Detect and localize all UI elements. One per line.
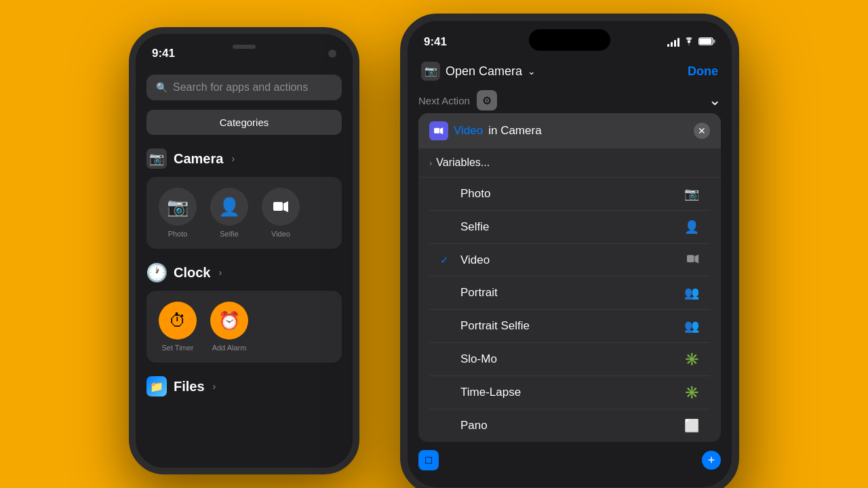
video-chip: Video in Camera bbox=[429, 121, 542, 140]
search-icon: 🔍 bbox=[156, 82, 167, 93]
next-icon-2: □ bbox=[418, 450, 439, 470]
done-button[interactable]: Done bbox=[688, 64, 718, 79]
svg-marker-1 bbox=[283, 201, 288, 212]
photo-option-icon: 📷 bbox=[684, 186, 699, 201]
notch-dot bbox=[328, 49, 336, 58]
dropdown-portrait[interactable]: ✓ Portrait 👥 bbox=[429, 277, 710, 310]
left-phone-content: 🔍 Search for apps and actions Categories… bbox=[136, 68, 353, 474]
dropdown-photo-left: ✓ Photo bbox=[440, 187, 490, 201]
svg-marker-6 bbox=[440, 127, 443, 134]
portrait-option-icon: 👥 bbox=[684, 285, 699, 300]
selfie-option-label: Selfie bbox=[460, 220, 490, 234]
wifi-icon bbox=[684, 37, 694, 47]
status-icons bbox=[667, 37, 715, 47]
photo-label: Photo bbox=[168, 230, 188, 238]
photo-option-label: Photo bbox=[460, 187, 490, 201]
add-alarm-icon: ⏰ bbox=[210, 302, 248, 340]
dropdown-selfie-left: ✓ Selfie bbox=[440, 220, 490, 234]
video-option-label: Video bbox=[460, 253, 490, 267]
dropdown-pano[interactable]: ✓ Pano ⬜ bbox=[429, 409, 710, 442]
search-bar[interactable]: 🔍 Search for apps and actions bbox=[146, 75, 342, 100]
next-action-left-2: □ bbox=[418, 450, 439, 470]
expand-icon-1[interactable]: ⌄ bbox=[709, 92, 721, 109]
next-action-row-1: Next Action ⚙ ⌄ bbox=[408, 86, 732, 113]
video-check: ✓ bbox=[440, 254, 454, 266]
clock-chevron: › bbox=[218, 267, 222, 278]
files-chevron: › bbox=[213, 381, 216, 392]
set-timer-icon: ⏱ bbox=[159, 302, 197, 340]
variables-row[interactable]: › Variables... bbox=[418, 148, 721, 178]
video-action[interactable]: Video bbox=[260, 188, 301, 238]
dropdown-slomo[interactable]: ✓ Slo-Mo ✳️ bbox=[429, 343, 710, 376]
left-status-bar: 9:41 bbox=[136, 34, 353, 68]
timelapse-option-icon: ✳️ bbox=[684, 385, 699, 400]
battery-icon bbox=[698, 37, 715, 47]
photo-action[interactable]: 📷 Photo bbox=[157, 188, 198, 238]
dropdown-video[interactable]: ✓ Video bbox=[429, 244, 710, 277]
selfie-label: Selfie bbox=[220, 230, 239, 238]
variables-label: Variables... bbox=[436, 157, 490, 169]
right-phone-content: Next Action ⚙ ⌄ Video in Camera ✕ bbox=[408, 86, 732, 484]
video-icon-circle bbox=[262, 188, 300, 226]
files-title: Files bbox=[174, 379, 205, 394]
portrait-selfie-option-icon: 👥 bbox=[684, 319, 699, 333]
set-timer-action[interactable]: ⏱ Set Timer bbox=[157, 302, 198, 352]
add-alarm-label: Add Alarm bbox=[212, 344, 247, 352]
action-dropdown-chevron[interactable]: ⌄ bbox=[528, 66, 536, 77]
categories-button[interactable]: Categories bbox=[146, 110, 342, 135]
add-alarm-action[interactable]: ⏰ Add Alarm bbox=[209, 302, 250, 352]
right-time: 9:41 bbox=[424, 35, 447, 49]
camera-chevron: › bbox=[231, 153, 235, 164]
files-section-header: 📁 Files › bbox=[146, 376, 342, 396]
portrait-selfie-option-label: Portrait Selfie bbox=[460, 319, 530, 333]
slomo-option-icon: ✳️ bbox=[684, 352, 699, 367]
dropdown-list: ✓ Photo 📷 ✓ Selfie 👤 bbox=[429, 178, 710, 442]
right-status-bar: 9:41 bbox=[408, 21, 732, 56]
dropdown-portrait-left: ✓ Portrait bbox=[440, 286, 498, 300]
dropdown-photo[interactable]: ✓ Photo 📷 bbox=[429, 178, 710, 211]
next-action-row-2: □ + bbox=[408, 445, 732, 473]
selfie-action[interactable]: 👤 Selfie bbox=[209, 188, 250, 238]
clock-actions-row: ⏱ Set Timer ⏰ Add Alarm bbox=[146, 291, 342, 363]
photo-icon-circle: 📷 bbox=[159, 188, 197, 226]
files-icon: 📁 bbox=[146, 376, 167, 396]
svg-rect-0 bbox=[273, 202, 283, 211]
dropdown-portrait-selfie[interactable]: ✓ Portrait Selfie 👥 bbox=[429, 310, 710, 343]
left-phone: 9:41 🔍 Search for apps and actions Categ… bbox=[129, 27, 359, 474]
plus-button-2[interactable]: + bbox=[702, 451, 721, 470]
variables-chevron-icon: › bbox=[429, 158, 432, 168]
svg-rect-5 bbox=[434, 128, 439, 134]
in-camera-text: in Camera bbox=[488, 124, 541, 138]
left-time: 9:41 bbox=[152, 47, 175, 60]
dropdown-pano-left: ✓ Pano bbox=[440, 419, 488, 432]
clock-section-header: 🕐 Clock › bbox=[146, 262, 342, 283]
notch-pill bbox=[233, 45, 256, 49]
video-selector: Video in Camera ✕ › Variables... ✓ Photo bbox=[418, 113, 721, 442]
next-icon-1: ⚙ bbox=[477, 90, 497, 110]
dropdown-slomo-left: ✓ Slo-Mo bbox=[440, 352, 497, 366]
video-chip-icon bbox=[429, 121, 448, 140]
pano-option-label: Pano bbox=[460, 419, 488, 432]
dynamic-island bbox=[529, 29, 610, 51]
dropdown-portrait-selfie-left: ✓ Portrait Selfie bbox=[440, 319, 530, 333]
portrait-option-label: Portrait bbox=[460, 286, 498, 300]
svg-rect-3 bbox=[699, 38, 711, 44]
timelapse-option-label: Time-Lapse bbox=[460, 386, 521, 399]
video-chip-text[interactable]: Video bbox=[454, 124, 483, 138]
video-option-icon bbox=[687, 253, 699, 267]
selfie-option-icon: 👤 bbox=[684, 220, 699, 235]
camera-actions-row: 📷 Photo 👤 Selfie Video bbox=[146, 177, 342, 249]
right-phone: 9:41 bbox=[400, 14, 739, 488]
set-timer-label: Set Timer bbox=[161, 344, 193, 352]
dropdown-selfie[interactable]: ✓ Selfie 👤 bbox=[429, 211, 710, 244]
dropdown-timelapse[interactable]: ✓ Time-Lapse ✳️ bbox=[429, 376, 710, 409]
dropdown-video-left: ✓ Video bbox=[440, 253, 490, 267]
camera-action-icon: 📷 bbox=[421, 62, 440, 81]
close-chip-button[interactable]: ✕ bbox=[694, 123, 710, 139]
dropdown-timelapse-left: ✓ Time-Lapse bbox=[440, 386, 521, 399]
next-action-left-1: Next Action ⚙ bbox=[418, 90, 497, 110]
camera-icon: 📷 bbox=[146, 148, 167, 169]
search-placeholder: Search for apps and actions bbox=[173, 81, 308, 94]
video-label: Video bbox=[271, 230, 290, 238]
svg-marker-8 bbox=[694, 254, 698, 263]
